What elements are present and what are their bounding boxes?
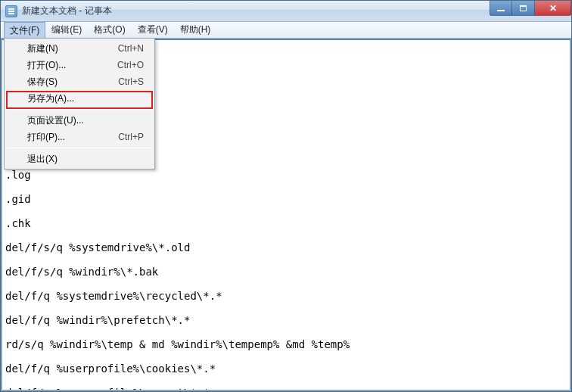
menubar: 文件(F) 编辑(E) 格式(O) 查看(V) 帮助(H) — [1, 22, 571, 39]
menu-item-label: 页面设置(U)... — [27, 114, 144, 127]
menu-item-accel: Ctrl+S — [118, 76, 153, 87]
menu-item-label: 新建(N) — [27, 42, 118, 55]
menu-item-accel: Ctrl+N — [118, 43, 153, 54]
menu-item-exit[interactable]: 退出(X) — [6, 151, 153, 167]
menu-item-open[interactable]: 打开(O)... Ctrl+O — [6, 57, 153, 73]
menu-item-accel: Ctrl+O — [117, 60, 153, 70]
menu-item-label: 打印(P)... — [27, 131, 118, 144]
menu-item-label: 打开(O)... — [27, 59, 117, 72]
notepad-icon — [5, 5, 17, 17]
menu-item-label: 另存为(A)... — [27, 92, 144, 105]
menu-help[interactable]: 帮助(H) — [174, 22, 217, 38]
window-title: 新建文本文档 - 记事本 — [22, 5, 112, 17]
menu-item-save[interactable]: 保存(S) Ctrl+S — [6, 73, 153, 90]
menu-item-label: 保存(S) — [27, 76, 118, 89]
menu-file[interactable]: 文件(F) — [4, 22, 45, 38]
window-controls: ✕ — [490, 1, 571, 16]
notepad-window: 新建文本文档 - 记事本 ✕ 文件(F) 编辑(E) 格式(O) 查看(V) 帮… — [0, 0, 572, 392]
menu-separator — [8, 109, 151, 110]
file-menu-dropdown: 新建(N) Ctrl+N 打开(O)... Ctrl+O 保存(S) Ctrl+… — [4, 38, 155, 170]
menu-edit[interactable]: 编辑(E) — [45, 22, 88, 38]
menu-item-label: 退出(X) — [27, 153, 144, 166]
close-button[interactable]: ✕ — [535, 1, 571, 16]
menu-item-save-as[interactable]: 另存为(A)... — [6, 90, 153, 107]
menu-item-new[interactable]: 新建(N) Ctrl+N — [6, 40, 153, 57]
titlebar: 新建文本文档 - 记事本 ✕ — [1, 1, 571, 22]
menu-view[interactable]: 查看(V) — [132, 22, 174, 38]
menu-format[interactable]: 格式(O) — [88, 22, 131, 38]
menu-separator — [8, 148, 151, 148]
menu-item-accel: Ctrl+P — [118, 132, 153, 142]
menu-item-page-setup[interactable]: 页面设置(U)... — [6, 112, 153, 129]
minimize-button[interactable] — [490, 1, 512, 16]
menu-item-print[interactable]: 打印(P)... Ctrl+P — [6, 129, 153, 145]
maximize-button[interactable] — [512, 1, 535, 16]
